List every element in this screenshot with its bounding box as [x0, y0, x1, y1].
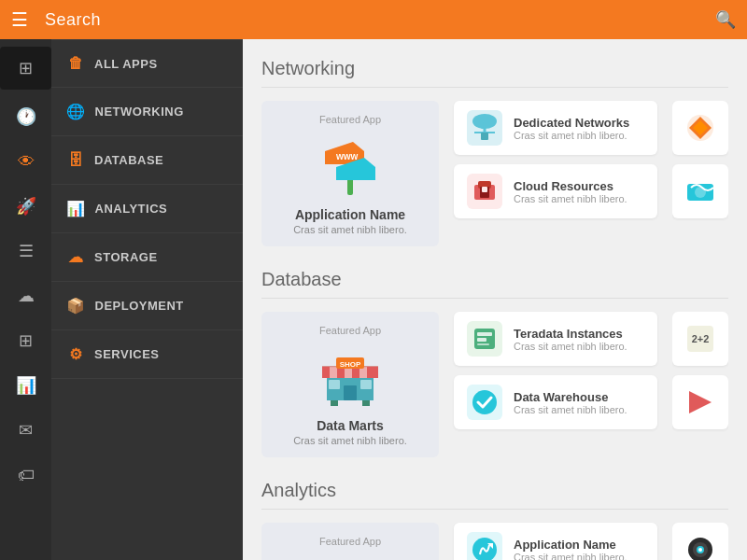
- svg-text:2+2: 2+2: [692, 333, 710, 344]
- svg-rect-27: [344, 385, 357, 400]
- teradata-desc: Cras sit amet nibh libero.: [514, 341, 627, 352]
- database-app-name: Data Marts: [317, 418, 384, 433]
- svg-rect-7: [481, 133, 488, 140]
- svg-rect-25: [367, 367, 378, 378]
- grid-small-icon[interactable]: ⊞: [0, 319, 51, 362]
- rocket-icon[interactable]: 🚀: [0, 185, 51, 228]
- content-area: Networking Featured App www: [243, 39, 747, 560]
- networking-app-name: Application Name: [295, 207, 405, 222]
- dedicated-networks-desc: Cras sit amet nibh libero.: [514, 130, 629, 141]
- sidebar-label-networking: NETWORKING: [95, 105, 184, 119]
- database-right-cards: 2+2: [672, 312, 728, 457]
- networking-featured-icon: www: [317, 134, 383, 200]
- svg-text:SHOP: SHOP: [340, 360, 361, 369]
- database-icon: 🗄: [66, 152, 85, 169]
- svg-point-38: [472, 390, 497, 414]
- svg-rect-20: [330, 367, 337, 378]
- networking-featured-label: Featured App: [319, 114, 381, 125]
- networking-app-list: Dedicated Networks Cras sit amet nibh li…: [454, 101, 657, 246]
- svg-rect-29: [360, 380, 372, 389]
- dedicated-networks-name: Dedicated Networks: [514, 116, 629, 130]
- hamburger-icon[interactable]: ☰: [11, 8, 28, 31]
- icon-strip: ⊞ 🕐 👁 🚀 ☰ ☁ ⊞ 📊 ✉ 🏷: [0, 39, 51, 560]
- svg-marker-41: [689, 391, 712, 413]
- sidebar-item-analytics[interactable]: 📊 ANALYTICS: [51, 185, 243, 233]
- clock-icon[interactable]: 🕐: [0, 95, 51, 138]
- cloud-resources-icon: [467, 174, 502, 209]
- sidebar-item-database[interactable]: 🗄 DATABASE: [51, 136, 243, 185]
- app-grid-icon[interactable]: ⊞: [0, 47, 51, 90]
- chart-icon[interactable]: 📊: [0, 364, 51, 407]
- all-apps-icon: 🗑: [66, 55, 85, 72]
- svg-rect-35: [477, 332, 492, 336]
- svg-text:www: www: [335, 151, 359, 161]
- analytics-featured-icon: [317, 556, 383, 560]
- analytics-app-icon: [467, 532, 502, 560]
- analytics-right-card-1[interactable]: [672, 523, 728, 560]
- svg-rect-19: [322, 367, 330, 378]
- sidebar-item-services[interactable]: ⚙ SERVICES: [51, 330, 243, 379]
- database-featured-card[interactable]: Featured App: [261, 312, 439, 457]
- database-featured-icon: SHOP: [317, 345, 383, 411]
- list-icon[interactable]: ☰: [0, 230, 51, 273]
- sidebar-item-networking[interactable]: 🌐 NETWORKING: [51, 88, 243, 136]
- tag-icon[interactable]: 🏷: [0, 454, 51, 497]
- database-right-card-2[interactable]: [672, 375, 728, 429]
- dedicated-networks-card[interactable]: Dedicated Networks Cras sit amet nibh li…: [454, 101, 657, 155]
- svg-rect-31: [362, 400, 370, 406]
- sidebar-label-deployment: DEPLOYMENT: [95, 299, 184, 313]
- analytics-app-card[interactable]: Application Name Cras sit amet nibh libe…: [454, 523, 657, 560]
- networking-right-card-1[interactable]: [672, 101, 728, 155]
- teradata-icon: [467, 321, 502, 357]
- analytics-app-desc: Cras sit amet nibh libero.: [514, 552, 627, 561]
- networking-section: Networking Featured App www: [261, 58, 728, 246]
- networking-right-card-2[interactable]: [672, 164, 728, 218]
- cloud-resources-info: Cloud Resources Cras sit amet nibh liber…: [514, 179, 627, 204]
- networking-icon: 🌐: [66, 103, 86, 120]
- database-featured-label: Featured App: [319, 325, 381, 336]
- analytics-featured-card[interactable]: Featured App: [261, 523, 439, 560]
- data-warehouse-icon: [467, 385, 502, 420]
- sidebar-label-all-apps: ALL APPS: [94, 57, 158, 71]
- data-warehouse-desc: Cras sit amet nibh libero.: [514, 404, 627, 415]
- cloud-resources-desc: Cras sit amet nibh libero.: [514, 193, 627, 204]
- mail-icon[interactable]: ✉: [0, 409, 51, 452]
- analytics-row: Featured App: [261, 523, 728, 560]
- cloud-resources-card[interactable]: Cloud Resources Cras sit amet nibh liber…: [454, 164, 657, 218]
- cloud-icon[interactable]: ☁: [0, 274, 51, 317]
- analytics-app-list: Application Name Cras sit amet nibh libe…: [454, 523, 657, 560]
- analytics-featured-label: Featured App: [319, 536, 381, 547]
- database-app-desc: Cras sit amet nibh libero.: [293, 435, 407, 446]
- deployment-icon: 📦: [66, 297, 86, 315]
- dedicated-networks-icon: [467, 110, 502, 146]
- database-right-card-1[interactable]: 2+2: [672, 312, 728, 366]
- sidebar-label-storage: STORAGE: [94, 250, 158, 264]
- sidebar-label-analytics: ANALYTICS: [95, 202, 168, 216]
- sidebar-item-deployment[interactable]: 📦 DEPLOYMENT: [51, 282, 243, 330]
- networking-app-desc: Cras sit amet nibh libero.: [293, 224, 407, 235]
- topbar: ☰ Search 🔍: [0, 0, 747, 39]
- database-section: Database Featured App: [261, 269, 728, 457]
- sidebar-item-all-apps[interactable]: 🗑 ALL APPS: [51, 39, 243, 88]
- main-layout: ⊞ 🕐 👁 🚀 ☰ ☁ ⊞ 📊 ✉ 🏷 🗑 ALL APPS 🌐 NETWORK…: [0, 39, 747, 560]
- search-icon[interactable]: 🔍: [715, 9, 736, 30]
- networking-title: Networking: [261, 58, 728, 88]
- svg-rect-11: [482, 187, 487, 192]
- sidebar-label-services: SERVICES: [94, 347, 160, 361]
- networking-featured-card[interactable]: Featured App www Application Name: [261, 101, 439, 246]
- search-label: Search: [45, 10, 706, 30]
- svg-rect-37: [477, 343, 489, 345]
- sidebar-label-database: DATABASE: [94, 153, 163, 167]
- sidebar-item-storage[interactable]: ☁ STORAGE: [51, 233, 243, 282]
- analytics-icon: 📊: [66, 200, 86, 217]
- analytics-app-name: Application Name: [514, 538, 627, 552]
- services-icon: ⚙: [66, 345, 85, 363]
- analytics-right-cards: [672, 523, 728, 560]
- eye-icon[interactable]: 👁: [0, 140, 51, 183]
- storage-icon: ☁: [66, 248, 85, 266]
- teradata-card[interactable]: Teradata Instances Cras sit amet nibh li…: [454, 312, 657, 366]
- cloud-resources-name: Cloud Resources: [514, 179, 627, 193]
- data-warehouse-info: Data Warehouse Cras sit amet nibh libero…: [514, 390, 627, 415]
- svg-point-51: [698, 548, 702, 552]
- data-warehouse-card[interactable]: Data Warehouse Cras sit amet nibh libero…: [454, 375, 657, 429]
